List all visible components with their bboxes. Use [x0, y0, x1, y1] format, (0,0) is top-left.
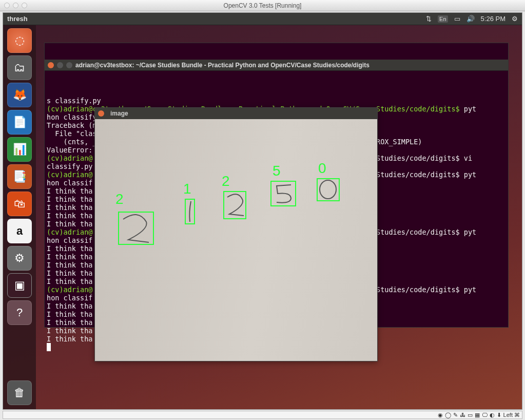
keyboard-indicator[interactable]: En: [438, 15, 448, 23]
launcher-settings[interactable]: ⚙: [7, 246, 32, 271]
image-canvas: 21250: [95, 119, 377, 361]
term-line: hon classif: [47, 179, 92, 187]
term-line: I think tha: [47, 253, 92, 261]
digit-bounding-box: [317, 178, 340, 201]
term-prompt: (cv)adrian@: [47, 154, 92, 162]
digit-bounding-box: [118, 212, 154, 245]
launcher-amazon[interactable]: a: [7, 219, 32, 243]
terminal-title-text: adrian@cv3testbox: ~/Case Studies Bundle…: [75, 61, 370, 69]
maximize-icon[interactable]: [66, 62, 72, 68]
digit-label: 1: [183, 181, 191, 197]
mac-titlebar: OpenCV 3.0 Tests [Running]: [0, 0, 525, 11]
status-icon[interactable]: 🖵: [482, 412, 488, 418]
term-line: I think tha: [47, 327, 92, 335]
terminal-titlebar[interactable]: adrian@cv3testbox: ~/Case Studies Bundle…: [45, 60, 508, 71]
term-prompt: (cv)adrian@: [47, 170, 92, 179]
launcher-trash[interactable]: 🗑: [7, 380, 32, 405]
term-line: I think tha: [47, 302, 92, 310]
status-icon[interactable]: 🖧: [460, 412, 465, 418]
launcher-software[interactable]: 🛍: [7, 192, 32, 216]
status-icon[interactable]: ◐: [490, 412, 495, 418]
term-line: I think tha: [47, 318, 92, 327]
unity-launcher: ◌ 🗂 🦊 📄 📊 📑 🛍 a ⚙ ▣ ? 🗑: [3, 25, 36, 409]
digit-label: 0: [318, 160, 326, 177]
vm-display: thresh ⇅ En ▭ 🔊 5:26 PM ⚙ ◌ 🗂 🦊 📄 📊 📑 🛍 …: [3, 12, 522, 410]
mac-window-title: OpenCV 3.0 Tests [Running]: [0, 2, 525, 9]
close-icon[interactable]: [98, 110, 104, 117]
image-window-title: image: [110, 110, 128, 117]
status-icon[interactable]: ⬇: [497, 412, 501, 418]
status-icon[interactable]: ◉: [438, 412, 443, 418]
term-line: I think tha: [47, 244, 92, 253]
clock[interactable]: 5:26 PM: [481, 15, 505, 23]
mac-minimize-button[interactable]: [13, 3, 18, 8]
term-prompt: (cv)adrian@: [47, 285, 92, 294]
term-line: s classify.py: [47, 97, 101, 105]
term-line: I think tha: [47, 187, 92, 195]
digit-bounding-box: [223, 191, 246, 219]
launcher-writer[interactable]: 📄: [7, 110, 32, 135]
panel-app-name[interactable]: thresh: [7, 15, 28, 23]
digit-label: 5: [273, 163, 281, 179]
term-line: I think tha: [47, 269, 92, 277]
digit-label: 2: [222, 173, 230, 189]
mac-traffic-lights[interactable]: [0, 3, 27, 8]
status-host-key: Left ⌘: [503, 412, 520, 418]
term-line: I think tha: [47, 261, 92, 269]
term-line: I think tha: [47, 220, 92, 228]
term-prompt: (cv)adrian@: [47, 228, 92, 236]
image-window[interactable]: image 21250: [94, 107, 378, 361]
terminal-cursor: [47, 343, 51, 351]
term-line: ValueError:: [47, 146, 92, 154]
term-line: I think tha: [47, 277, 92, 285]
digit-bounding-box: [270, 181, 296, 206]
launcher-firefox[interactable]: 🦊: [7, 83, 32, 107]
ubuntu-top-panel: thresh ⇅ En ▭ 🔊 5:26 PM ⚙: [3, 13, 522, 25]
network-icon[interactable]: ⇅: [426, 15, 432, 23]
status-icon[interactable]: ◯: [445, 412, 451, 418]
status-icon[interactable]: ✎: [453, 412, 458, 418]
term-line: I think tha: [47, 212, 92, 220]
image-window-titlebar[interactable]: image: [95, 108, 377, 119]
term-line: I think tha: [47, 335, 92, 343]
launcher-terminal[interactable]: ▣: [7, 273, 32, 298]
term-line: I think tha: [47, 195, 92, 203]
close-icon[interactable]: [48, 62, 54, 68]
digit-bounding-box: [185, 199, 195, 224]
term-line: I think tha: [47, 310, 92, 318]
battery-icon[interactable]: ▭: [454, 15, 460, 23]
status-icon[interactable]: ▭: [468, 412, 473, 418]
term-line: pyt: [460, 105, 477, 113]
term-line: classify.py: [47, 162, 92, 170]
launcher-dash[interactable]: ◌: [7, 28, 32, 53]
vm-status-bar: ◉ ◯ ✎ 🖧 ▭ ▦ 🖵 ◐ ⬇ Left ⌘: [3, 411, 522, 419]
status-icon[interactable]: ▦: [475, 412, 480, 418]
term-line: hon classif: [47, 236, 92, 244]
launcher-impress[interactable]: 📑: [7, 164, 32, 189]
minimize-icon[interactable]: [57, 62, 63, 68]
launcher-files[interactable]: 🗂: [7, 55, 32, 80]
digit-label: 2: [115, 191, 124, 207]
launcher-calc[interactable]: 📊: [7, 137, 32, 162]
mac-close-button[interactable]: [4, 3, 10, 8]
mac-zoom-button[interactable]: [22, 3, 27, 8]
volume-icon[interactable]: 🔊: [466, 15, 475, 23]
term-line: I think tha: [47, 203, 92, 212]
launcher-help[interactable]: ?: [7, 300, 32, 325]
gear-icon[interactable]: ⚙: [512, 15, 518, 23]
term-line: hon classif: [47, 294, 92, 302]
